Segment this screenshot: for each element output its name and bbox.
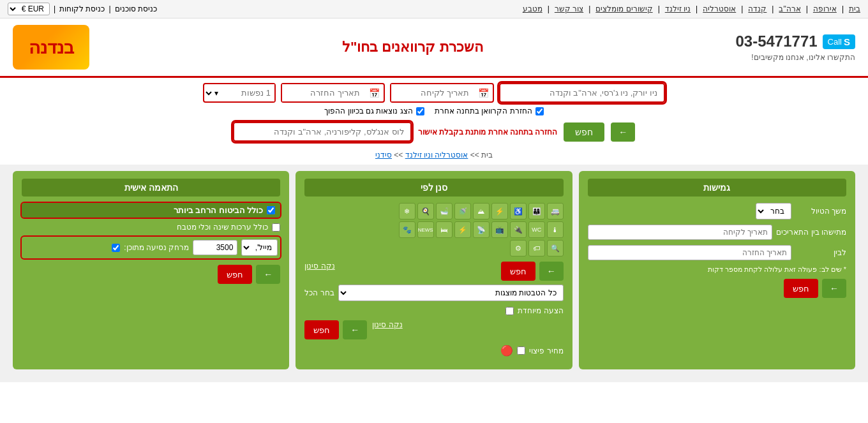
nav-link-currency[interactable]: מטבע: [523, 4, 542, 13]
amenity-tv[interactable]: 📺: [491, 221, 508, 238]
flex-return-input[interactable]: [588, 245, 791, 260]
dates-between-row: מתישהו בין התאריכים: [588, 225, 846, 240]
distance-row: מייל', מרחק נסיעה מתוכן:: [22, 237, 280, 258]
panel-flexibility-buttons: ← חפש: [588, 279, 846, 298]
dates-to-label: לבין: [795, 248, 846, 257]
insurance-label: כולל הביטוח הרחב ביותר: [174, 205, 264, 215]
panels-row: גמישות משך הטיול בחר מתישהו בין התאריכים…: [0, 165, 868, 382]
amenity-power[interactable]: 🔌: [510, 221, 527, 238]
trip-duration-row: משך הטיול בחר: [588, 203, 846, 219]
breadcrumb-australia-nz[interactable]: אוסטרליה וניו זילנד: [405, 151, 468, 160]
header-logo: בנדנה: [13, 25, 89, 70]
calendar-return-icon: 📅: [365, 88, 384, 98]
nav-link-europe[interactable]: אירופה: [813, 4, 837, 13]
option-reverse: הצג נוצאות גם בכיוון ההפוך: [324, 107, 424, 115]
amenity-shower[interactable]: 🚿: [454, 203, 471, 219]
amenity-family[interactable]: 👨‍👩‍👦: [528, 203, 545, 219]
return-station-row: ← חפש החזרה בתחנה אחרת מותנת בקבלת אישור: [0, 119, 868, 148]
reverse-checkbox[interactable]: [416, 107, 424, 115]
personalization-search-button[interactable]: חפש: [218, 265, 252, 284]
bedding-checkbox[interactable]: [272, 223, 280, 232]
distance-checkbox[interactable]: [112, 244, 120, 252]
top-nav: בית | אירופה | ארה"ב | קנדה | אוסטרליה |…: [0, 0, 868, 19]
nav-link-home[interactable]: בית: [849, 4, 860, 13]
special-offer-checkbox[interactable]: [505, 307, 514, 315]
nav-link-nz[interactable]: ניו זילנד: [665, 4, 691, 13]
passengers-select[interactable]: ▾: [204, 88, 221, 98]
distance-input[interactable]: [193, 240, 237, 255]
search-back-button[interactable]: ←: [611, 122, 635, 142]
special-search-button[interactable]: חפש: [304, 320, 339, 339]
amenity-fridge[interactable]: ❄: [399, 203, 415, 219]
nav-link-contact[interactable]: צור קשר: [555, 4, 583, 13]
filter-dropdown-row: כל הטבטות מוצגות בחר הכל: [304, 285, 563, 301]
trip-duration-select[interactable]: בחר: [756, 203, 791, 219]
amenity-ac[interactable]: 🌡: [547, 221, 564, 238]
insurance-checkbox[interactable]: [267, 206, 275, 214]
personalization-buttons: ← חפש: [22, 265, 280, 284]
currency-select[interactable]: EUR €: [8, 3, 50, 15]
nav-link-canada[interactable]: קנדה: [748, 4, 767, 13]
price-checkbox[interactable]: [517, 346, 525, 355]
nav-link-usa[interactable]: ארה"ב: [779, 4, 800, 13]
pending-message: החזרה בתחנה אחרת מותנת בקבלת אישור: [418, 128, 558, 137]
return-date-input[interactable]: [282, 84, 365, 101]
amenity-news[interactable]: NEWS: [417, 221, 434, 238]
amenity-electric[interactable]: ⚡: [491, 203, 508, 219]
phone-number: 03-5471771: [735, 33, 817, 50]
filter-clear-button[interactable]: חפש: [501, 262, 535, 281]
header-phone-row: S Call 03-5471771: [735, 33, 855, 50]
special-offer-label: הצעה מיוחדת: [518, 306, 563, 315]
login-customers-link[interactable]: כניסת לקוחות: [59, 4, 105, 13]
return-other-checkbox[interactable]: [535, 107, 544, 115]
amenity-generator[interactable]: ⚡: [454, 221, 471, 238]
breadcrumb-home: בית >>: [468, 151, 493, 160]
flexibility-back-button[interactable]: ←: [822, 279, 846, 298]
amenity-kitchen[interactable]: 🍳: [417, 203, 434, 219]
search-options-row: החזרת הקרוואן בתחנה אחרת הצג נוצאות גם ב…: [0, 103, 868, 119]
trip-duration-label: משך הטיול: [795, 207, 846, 216]
skype-call-button[interactable]: S Call: [823, 34, 855, 49]
personalization-back-button[interactable]: ←: [256, 265, 280, 284]
flexibility-search-button[interactable]: חפש: [784, 279, 818, 298]
option-return-other: החזרת הקרוואן בתחנה אחרת: [435, 107, 544, 115]
search-button[interactable]: חפש: [564, 122, 604, 142]
filter-dropdown[interactable]: כל הטבטות מוצגות: [338, 285, 564, 301]
login-agents-link[interactable]: כניסת סוכנים: [115, 4, 157, 13]
reverse-label: הצג נוצאות גם בכיוון ההפוך: [324, 107, 412, 115]
amenity-tag[interactable]: 🏷: [528, 240, 545, 256]
special-btns-row: נקה סינון ← חפש: [304, 320, 563, 339]
amenity-wc[interactable]: WC: [528, 221, 545, 238]
special-clear-link[interactable]: נקה סינון: [372, 320, 402, 339]
departure-date-input[interactable]: [391, 84, 474, 101]
amenity-bed[interactable]: 🛏: [436, 221, 453, 238]
search-bar-row1: 📅 📅 ▾: [0, 78, 868, 103]
price-dot-icon: 🔴: [500, 345, 513, 357]
passengers-input[interactable]: [223, 84, 274, 101]
return-station-input[interactable]: [233, 122, 412, 142]
amenity-gear[interactable]: ⚙: [510, 240, 527, 256]
distance-unit-select[interactable]: מייל',: [241, 239, 278, 256]
return-date-wrap: 📅: [281, 83, 385, 103]
header-title-area: השכרת קרוואנים בחו"ל: [342, 39, 483, 56]
breadcrumb-sydney[interactable]: סידני: [375, 151, 392, 160]
amenity-search[interactable]: 🔍: [547, 240, 564, 256]
amenity-pets[interactable]: 🐾: [399, 221, 415, 238]
filter-back-button[interactable]: ←: [539, 262, 564, 281]
panel-flexibility-note: * שים לב: פעולה זאת עלולה לקחת מספר דקות: [588, 265, 846, 274]
amenity-bus[interactable]: 🚐: [547, 203, 564, 219]
amenity-mountain[interactable]: ⛰: [473, 203, 490, 219]
nav-link-australia[interactable]: אוסטרליה: [703, 4, 736, 13]
amenity-satellite[interactable]: 📡: [473, 221, 490, 238]
amenity-accessible[interactable]: ♿: [510, 203, 527, 219]
special-offer-row: הצעה מיוחדת: [304, 306, 563, 315]
flex-departure-input[interactable]: [588, 225, 773, 240]
special-back-button[interactable]: ←: [343, 320, 367, 339]
nav-link-recommended[interactable]: קישורים מומלצים: [595, 4, 652, 13]
special-buttons: ← חפש: [304, 320, 367, 339]
amenity-bath[interactable]: 🛁: [436, 203, 453, 219]
destination-input[interactable]: [499, 83, 665, 103]
bedding-label: כולל ערכות שינה וכלי מטבח: [177, 223, 268, 232]
logo-box: בנדנה: [13, 25, 89, 70]
filter-clear-link[interactable]: נקה סינון: [304, 262, 334, 281]
